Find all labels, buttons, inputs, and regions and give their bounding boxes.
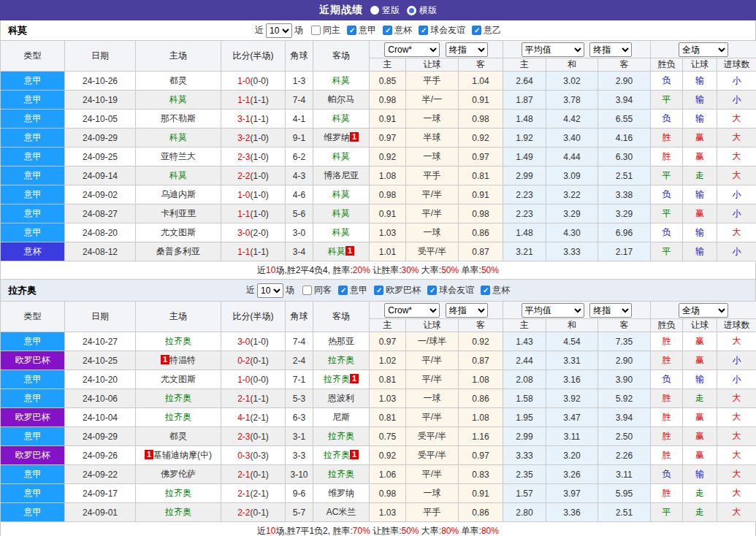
match-date: 24-08-27 (65, 204, 136, 223)
result-goals: 小 (717, 351, 756, 370)
average-odds: 1.58 (503, 389, 546, 408)
team-label: 热那亚 (328, 336, 354, 346)
summary-segment: 大率: (419, 265, 442, 275)
average-select[interactable]: 平均值 (522, 303, 584, 318)
result-goals: 大 (717, 446, 756, 465)
home-team: 卡利亚里 (136, 204, 221, 223)
match-date: 24-08-12 (65, 242, 136, 261)
scope-select[interactable]: 全场 (679, 42, 728, 57)
home-team: 都灵 (136, 72, 221, 91)
sub-header-goals: 进球数 (717, 319, 756, 332)
match-date: 24-10-20 (65, 370, 136, 389)
team-label: AC米兰 (327, 507, 356, 517)
final-odds-select[interactable]: 终指 (589, 303, 632, 318)
average-odds: 2.26 (598, 446, 651, 465)
match-row: 意甲24-09-17拉齐奥2-1(2-1)9-6维罗纳0.98一球0.911.5… (1, 484, 756, 503)
average-odds: 3.94 (598, 408, 651, 427)
home-team: 1基辅迪纳摩(中) (136, 446, 221, 465)
average-odds-header: 平均值 终指 (503, 41, 651, 58)
final-odds-select[interactable]: 终指 (589, 42, 632, 57)
view-option-vertical[interactable]: 竖版 (370, 4, 400, 17)
home-team: 尤文图斯 (136, 370, 221, 389)
home-team: 拉齐奥 (136, 332, 221, 351)
col-header-away: 客场 (313, 41, 370, 72)
corners: 4-3 (286, 166, 313, 185)
average-select[interactable]: 平均值 (522, 42, 584, 57)
score: 1-0(0-0) (221, 370, 286, 389)
summary-segment: 大率: (419, 526, 442, 536)
home-team: 乌迪内斯 (136, 185, 221, 204)
corners: 5-3 (286, 389, 313, 408)
match-date: 24-09-14 (65, 166, 136, 185)
scope-select[interactable]: 全场 (679, 303, 728, 318)
league-checkbox-serie-b[interactable] (472, 26, 481, 35)
col-header-date: 日期 (65, 302, 136, 332)
average-odds: 4.54 (546, 332, 598, 351)
same-venue-checkbox[interactable] (311, 26, 321, 35)
home-team: 都灵 (136, 427, 221, 446)
handicap-odds: 1.08 (459, 408, 503, 427)
team-label: 尤文图斯 (161, 374, 196, 384)
team-label: 科莫 (332, 208, 350, 218)
league-badge: 意甲 (1, 91, 65, 110)
team-label: 科莫 (332, 113, 350, 123)
handicap-odds: 0.81 (370, 370, 406, 389)
league-label: 意杯 (394, 24, 412, 37)
handicap-odds: 0.92 (370, 446, 406, 465)
sub-header-winlose: 胜负 (651, 58, 683, 72)
handicap-odds: 0.97 (459, 446, 503, 465)
result-handicap: 赢 (683, 351, 717, 370)
odds-source-select[interactable]: Crow* (384, 303, 440, 318)
team-label: 恩波利 (328, 393, 354, 403)
summary-segment: 近 (257, 265, 266, 275)
away-team: 拉齐奥 (313, 351, 370, 370)
league-checkbox-europa[interactable] (374, 286, 383, 295)
match-count-select[interactable]: 10 (266, 23, 292, 38)
average-odds: 3.26 (546, 465, 598, 484)
score: 2-1(2-1) (221, 484, 286, 503)
handicap-odds: 平手 (406, 503, 459, 522)
home-team: 佛罗伦萨 (136, 465, 221, 484)
home-team: 科莫 (136, 129, 221, 148)
handicap-odds: 1.04 (459, 72, 503, 91)
average-odds-header: 平均值 终指 (503, 302, 651, 319)
same-venue-checkbox[interactable] (302, 286, 312, 295)
league-checkbox-coppa[interactable] (383, 26, 392, 35)
team-label: 拉齐奥 (165, 488, 191, 498)
away-team: AC米兰 (313, 503, 370, 522)
league-checkbox-serie-a[interactable] (338, 286, 348, 295)
away-team: 拉齐奥1 (313, 446, 370, 465)
corners: 4-1 (286, 110, 313, 129)
average-odds: 2.08 (503, 370, 546, 389)
final-odds-select[interactable]: 终指 (446, 42, 488, 57)
sub-header-winlose: 胜负 (651, 319, 683, 332)
average-odds: 2.51 (598, 166, 651, 185)
result-goals: 小 (717, 91, 756, 110)
result-handicap: 赢 (683, 148, 717, 166)
team-label: 拉齐奥 (328, 469, 354, 479)
result-winlose: 负 (651, 465, 683, 484)
league-checkbox-serie-a[interactable] (347, 26, 356, 35)
handicap-odds: 0.86 (459, 503, 503, 522)
match-row: 意甲24-09-29科莫3-2(1-0)9-1维罗纳10.97半球0.921.9… (1, 129, 756, 148)
result-handicap: 赢 (683, 446, 717, 465)
odds-source-select[interactable]: Crow* (384, 42, 440, 57)
team-label: 拉齐奥 (165, 336, 191, 346)
summary-segment: 20% (353, 265, 370, 275)
view-option-horizontal[interactable]: 横版 (407, 4, 437, 17)
result-goals: 大 (717, 427, 756, 446)
corners: 9-1 (286, 129, 313, 148)
corners: 3-1 (286, 427, 313, 446)
average-odds: 3.36 (546, 503, 598, 522)
final-odds-select[interactable]: 终指 (446, 303, 488, 318)
score: 3-2(1-0) (221, 129, 286, 148)
league-checkbox-coppa[interactable] (481, 286, 490, 295)
radio-unselected-icon[interactable] (407, 6, 416, 15)
radio-selected-icon[interactable] (370, 6, 379, 15)
league-badge: 意甲 (1, 204, 65, 223)
league-checkbox-friendly[interactable] (419, 26, 428, 35)
league-checkbox-friendly[interactable] (427, 286, 437, 295)
match-count-select[interactable]: 10 (257, 283, 283, 298)
away-team: 拉齐奥 (313, 465, 370, 484)
match-row: 意甲24-09-01拉齐奥2-2(0-1)5-7AC米兰1.03平手0.862.… (1, 503, 756, 522)
